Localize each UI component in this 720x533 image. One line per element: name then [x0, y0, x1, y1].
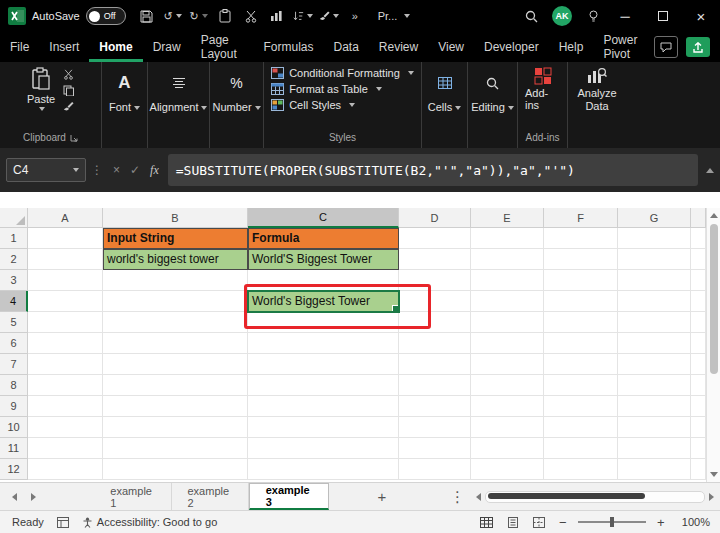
cell-partial-10[interactable] [691, 417, 706, 438]
row-header-11[interactable]: 11 [0, 438, 28, 459]
cell-G7[interactable] [618, 354, 691, 375]
cut-icon[interactable] [241, 6, 261, 26]
select-all-corner[interactable] [0, 208, 28, 228]
hscroll-right-icon[interactable] [709, 493, 714, 501]
menu-tab-view[interactable]: View [428, 32, 474, 62]
ribbon-group-number[interactable]: % Number [210, 62, 264, 148]
conditional-formatting-button[interactable]: Conditional Formatting [271, 67, 414, 79]
cell-C9[interactable] [248, 396, 399, 417]
ribbon-group-editing[interactable]: Editing [468, 62, 518, 148]
ribbon-group-font[interactable]: A Font [102, 62, 148, 148]
cell-D9[interactable] [399, 396, 471, 417]
row-header-3[interactable]: 3 [0, 270, 28, 291]
cell-A4[interactable] [28, 291, 103, 312]
menu-tab-review[interactable]: Review [369, 32, 428, 62]
cell-D2[interactable] [399, 249, 471, 270]
cell-B12[interactable] [103, 459, 248, 480]
menu-tab-power-pivot[interactable]: Power Pivot [593, 32, 654, 62]
cell-B11[interactable] [103, 438, 248, 459]
minimize-button[interactable]: ─ [606, 0, 644, 32]
chart-icon[interactable] [267, 6, 287, 26]
redo-button[interactable]: ↻ [189, 6, 209, 26]
add-sheet-button[interactable]: + [369, 483, 395, 510]
format-as-table-button[interactable]: Format as Table [271, 83, 382, 95]
cell-C4[interactable]: World's Biggest Tower [248, 291, 399, 312]
search-icon[interactable] [521, 6, 541, 26]
clipboard-icon[interactable] [215, 6, 235, 26]
autosave-toggle[interactable]: Off [86, 7, 126, 25]
cell-B5[interactable] [103, 312, 248, 333]
sheet-options-button[interactable]: ⋮ [445, 483, 471, 510]
cell-G1[interactable] [618, 228, 691, 249]
cell-B3[interactable] [103, 270, 248, 291]
format-painter-button[interactable] [63, 101, 74, 112]
cell-G11[interactable] [618, 438, 691, 459]
cell-partial-3[interactable] [691, 270, 706, 291]
cell-G10[interactable] [618, 417, 691, 438]
page-break-view-icon[interactable] [530, 514, 548, 530]
cell-E6[interactable] [471, 333, 544, 354]
column-header-F[interactable]: F [544, 208, 618, 228]
cell-partial-6[interactable] [691, 333, 706, 354]
cell-F4[interactable] [544, 291, 618, 312]
cell-G3[interactable] [618, 270, 691, 291]
cell-E12[interactable] [471, 459, 544, 480]
column-header-partial[interactable] [691, 208, 706, 228]
sort-icon[interactable] [293, 6, 313, 26]
cell-A7[interactable] [28, 354, 103, 375]
cell-F5[interactable] [544, 312, 618, 333]
cell-C7[interactable] [248, 354, 399, 375]
collapse-formula-bar-icon[interactable] [706, 168, 714, 173]
copy-button[interactable] [63, 85, 74, 96]
cell-D8[interactable] [399, 375, 471, 396]
cell-D10[interactable] [399, 417, 471, 438]
cell-F1[interactable] [544, 228, 618, 249]
cell-B9[interactable] [103, 396, 248, 417]
zoom-in-button[interactable]: + [654, 515, 668, 530]
cell-G9[interactable] [618, 396, 691, 417]
cell-A9[interactable] [28, 396, 103, 417]
cell-partial-8[interactable] [691, 375, 706, 396]
cell-E5[interactable] [471, 312, 544, 333]
hscroll-left-icon[interactable] [476, 493, 481, 501]
row-header-8[interactable]: 8 [0, 375, 28, 396]
zoom-slider-thumb[interactable] [610, 517, 614, 527]
cell-A1[interactable] [28, 228, 103, 249]
cell-C8[interactable] [248, 375, 399, 396]
cell-E10[interactable] [471, 417, 544, 438]
formula-input[interactable]: =SUBSTITUTE(PROPER(SUBSTITUTE(B2,"'","a"… [168, 154, 698, 186]
zoom-out-button[interactable]: − [556, 515, 570, 530]
row-header-5[interactable]: 5 [0, 312, 28, 333]
name-box-splitter[interactable]: ⋮ [91, 163, 103, 177]
cell-C3[interactable] [248, 270, 399, 291]
cell-A12[interactable] [28, 459, 103, 480]
cell-G8[interactable] [618, 375, 691, 396]
cell-F6[interactable] [544, 333, 618, 354]
cell-G6[interactable] [618, 333, 691, 354]
column-header-E[interactable]: E [471, 208, 544, 228]
cell-G5[interactable] [618, 312, 691, 333]
cell-partial-12[interactable] [691, 459, 706, 480]
zoom-slider[interactable] [578, 521, 646, 523]
row-header-10[interactable]: 10 [0, 417, 28, 438]
cell-B6[interactable] [103, 333, 248, 354]
next-sheet-icon[interactable] [31, 493, 36, 501]
column-header-D[interactable]: D [399, 208, 471, 228]
cell-C2[interactable]: World'S Biggest Tower [248, 249, 399, 270]
row-header-1[interactable]: 1 [0, 228, 28, 249]
cell-partial-5[interactable] [691, 312, 706, 333]
cell-E4[interactable] [471, 291, 544, 312]
ribbon-group-cells[interactable]: Cells [422, 62, 468, 148]
cell-D11[interactable] [399, 438, 471, 459]
scroll-down-icon[interactable] [710, 472, 718, 477]
cell-C6[interactable] [248, 333, 399, 354]
cell-E11[interactable] [471, 438, 544, 459]
vertical-scrollbar[interactable] [706, 208, 720, 482]
cell-E9[interactable] [471, 396, 544, 417]
menu-tab-draw[interactable]: Draw [143, 32, 191, 62]
cell-C1[interactable]: Formula [248, 228, 399, 249]
save-icon[interactable] [137, 6, 157, 26]
cell-D12[interactable] [399, 459, 471, 480]
menu-tab-developer[interactable]: Developer [474, 32, 549, 62]
quick-access-overflow[interactable]: Pr... [378, 10, 398, 22]
